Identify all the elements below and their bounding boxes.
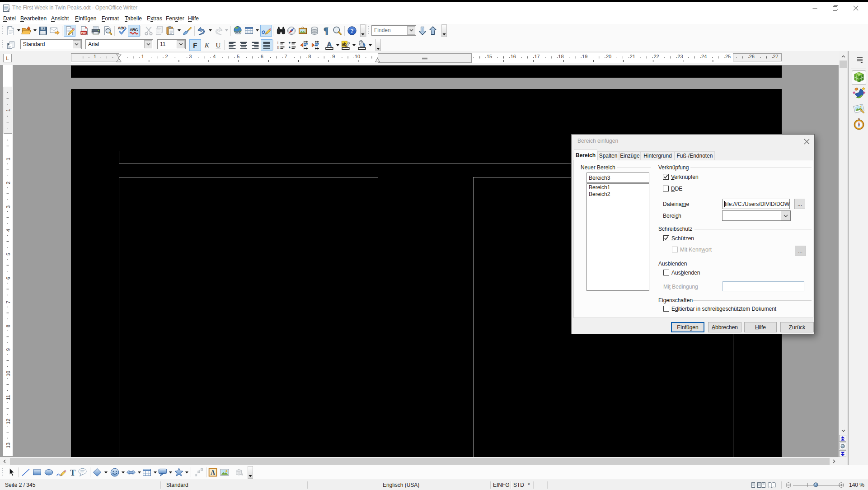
dialog-tab-fussendnoten[interactable]: Fuß-/Endnoten: [675, 151, 715, 160]
help-button[interactable]: Hilfe: [744, 322, 777, 332]
basic-shapes-button[interactable]: [91, 467, 103, 478]
horizontal-scroll-thumb[interactable]: [10, 458, 830, 465]
ellipse-button[interactable]: [43, 467, 55, 478]
sidebar-tab-properties[interactable]: [852, 70, 866, 85]
section-list[interactable]: Bereich1Bereich2: [586, 183, 649, 291]
status-page-number[interactable]: Seite 2 / 345: [5, 480, 35, 490]
rectangle-button[interactable]: [31, 467, 43, 478]
sidebar-tab-styles-and-formatting[interactable]: [852, 86, 866, 100]
section-list-item[interactable]: Bereich2: [587, 191, 649, 198]
status-zoom-value[interactable]: 140 %: [849, 480, 864, 490]
editable-checkbox[interactable]: [663, 306, 669, 312]
scroll-left-arrow[interactable]: [1, 457, 8, 465]
symbol-shapes-button[interactable]: [109, 467, 121, 478]
vertical-scroll-thumb[interactable]: [840, 61, 847, 68]
section-list-item[interactable]: Bereich1: [587, 184, 649, 191]
font-color-button[interactable]: A: [324, 39, 335, 51]
new-document-button[interactable]: [5, 25, 17, 37]
align-right-button[interactable]: [249, 39, 261, 51]
nonprinting-characters-button[interactable]: ¶: [320, 25, 332, 37]
block-arrows-button[interactable]: [125, 467, 137, 478]
toolbar-grip[interactable]: [2, 39, 3, 49]
zoom-in-button[interactable]: [839, 482, 844, 488]
show-draw-functions-button[interactable]: [260, 25, 272, 37]
font-size-combo-dropdown[interactable]: [177, 40, 185, 48]
minimize-icon[interactable]: [805, 2, 825, 14]
bold-button[interactable]: F: [189, 39, 201, 51]
browse-button[interactable]: ...: [794, 199, 805, 209]
dialog-tab-bereich[interactable]: Bereich: [574, 149, 597, 160]
status-selection-mode[interactable]: STD: [513, 480, 524, 490]
status-modified[interactable]: *: [528, 480, 530, 490]
find-combo-dropdown[interactable]: [407, 26, 415, 35]
numbering-button[interactable]: III: [275, 39, 287, 51]
menu-tabelle[interactable]: Tabelle: [122, 14, 145, 23]
scroll-right-arrow[interactable]: [830, 457, 838, 465]
vertical-scrollbar[interactable]: [839, 51, 848, 457]
password-browse-button[interactable]: ...: [795, 246, 806, 256]
filename-input[interactable]: file:///C:/Users/DIVID/DOWN: [723, 199, 790, 209]
toolbar-grip[interactable]: [2, 26, 3, 36]
find-next-button[interactable]: [417, 25, 428, 37]
title-bar[interactable]: The First Week in Twin Peaks.odt - OpenO…: [0, 2, 868, 14]
book-view-button[interactable]: [767, 481, 776, 489]
fontwork-gallery-button[interactable]: A: [207, 467, 219, 478]
horizontal-scrollbar[interactable]: [0, 457, 839, 465]
styles-and-formatting-button[interactable]: [5, 39, 17, 51]
status-language[interactable]: Englisch (USA): [383, 480, 419, 490]
bullets-button[interactable]: [286, 39, 298, 51]
status-insert-mode[interactable]: EINFG: [493, 480, 510, 490]
single-page-view-button[interactable]: [750, 481, 757, 489]
spelling-button[interactable]: ABC: [116, 25, 128, 37]
indent-marker-left[interactable]: [116, 54, 122, 62]
stars-dropdown[interactable]: [184, 467, 189, 478]
edit-file-button[interactable]: [64, 25, 75, 37]
highlighting-button[interactable]: ab: [340, 39, 352, 51]
restore-icon[interactable]: [825, 2, 845, 14]
protect-checkbox[interactable]: [663, 235, 669, 241]
toolbar-grip[interactable]: [368, 26, 369, 36]
paragraph-style-combo[interactable]: Standard: [20, 39, 82, 49]
line-button[interactable]: [20, 467, 32, 478]
menu-datei[interactable]: Datei: [0, 14, 19, 23]
undo-button[interactable]: [196, 25, 207, 37]
dialog-tab-hintergrund[interactable]: Hintergrund: [641, 151, 675, 160]
gallery-button[interactable]: [297, 25, 309, 37]
autospellcheck-button[interactable]: ABC: [128, 25, 140, 37]
scroll-up-arrow[interactable]: [839, 53, 847, 60]
zoom-slider-thumb[interactable]: [813, 482, 818, 487]
insert-table-dropdown[interactable]: [255, 25, 260, 37]
font-size-combo[interactable]: 11: [157, 39, 186, 49]
clone-formatting-button[interactable]: [181, 25, 193, 37]
undo-dropdown[interactable]: [208, 25, 213, 37]
font-name-combo[interactable]: Arial: [85, 39, 153, 49]
menu-einfgen[interactable]: Einfügen: [72, 14, 99, 23]
vertical-ruler[interactable]: 112345678910111213: [3, 65, 13, 456]
toolbar-overflow-button[interactable]: [248, 466, 253, 479]
callout-shapes-dropdown[interactable]: [168, 467, 173, 478]
paste-button[interactable]: [164, 25, 176, 37]
dde-checkbox[interactable]: [663, 186, 669, 191]
section-combo[interactable]: [722, 210, 791, 221]
menu-fenster[interactable]: Fenster: [163, 14, 188, 23]
page-1-bottom[interactable]: [71, 65, 782, 78]
export-as-pdf-button[interactable]: PDF: [79, 25, 90, 37]
paragraph-style-combo-dropdown[interactable]: [73, 40, 81, 48]
underline-button[interactable]: U: [212, 39, 224, 51]
section-name-input[interactable]: Bereich3: [586, 173, 649, 183]
print-file-button[interactable]: [90, 25, 102, 37]
align-left-button[interactable]: [226, 39, 238, 51]
tab-stop-selector[interactable]: L: [3, 54, 12, 62]
select-button[interactable]: [5, 467, 17, 478]
dialog-close-icon[interactable]: [803, 138, 810, 145]
dialog-tab-einzuege[interactable]: Einzüge: [619, 151, 641, 160]
toolbar-grip[interactable]: [2, 467, 3, 477]
zoom-out-button[interactable]: [786, 482, 791, 488]
horizontal-ruler[interactable]: L 11234567891015161718192021222324252627: [0, 51, 839, 65]
hyperlink-button[interactable]: [232, 25, 244, 37]
freeform-line-button[interactable]: [55, 467, 67, 478]
menu-hilfe[interactable]: Hilfe: [185, 14, 202, 23]
close-icon[interactable]: [845, 2, 866, 14]
background-color-dropdown[interactable]: [368, 39, 373, 51]
find-toolbar-overflow[interactable]: [441, 24, 447, 37]
